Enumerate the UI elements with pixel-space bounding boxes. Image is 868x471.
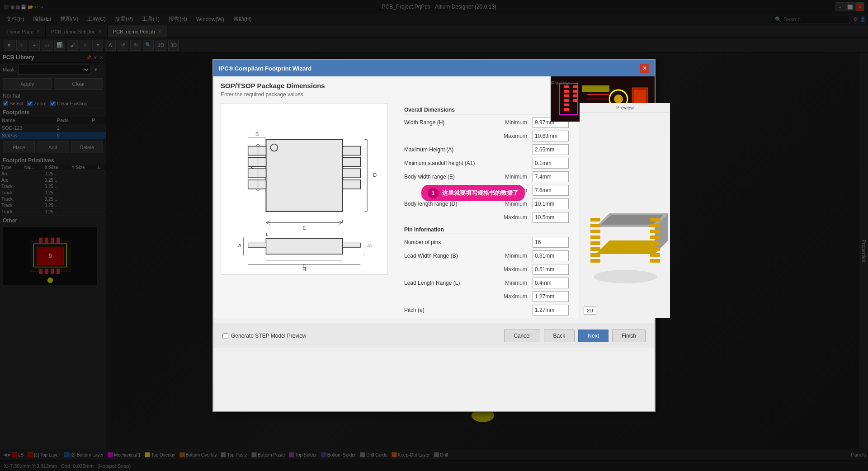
svg-rect-23 [564,99,569,102]
body-width-min-label: Minimum [495,174,531,180]
lead-width-max-inputs: Maximum [495,264,569,275]
lead-width-max-input[interactable] [533,264,569,275]
svg-text:e: e [251,164,254,170]
width-range-row: Width Range (H) Minimum [404,117,569,128]
svg-rect-83 [590,218,600,221]
body-length-max-input[interactable] [533,212,569,223]
svg-rect-42 [343,169,361,178]
svg-rect-22 [564,94,569,97]
lead-length-label: Lead Length Range (L) [404,280,495,286]
svg-line-63 [266,223,269,225]
svg-rect-26 [573,85,578,88]
svg-rect-43 [343,180,361,189]
lead-length-min-input[interactable] [533,278,569,288]
min-standoff-inputs [495,158,569,169]
modal-titlebar: IPC® Compliant Footprint Wizard ✕ [213,60,655,76]
svg-line-65 [339,223,343,225]
footprint-wizard-modal: IPC® Compliant Footprint Wizard ✕ [212,59,656,412]
dimensions-form: Overall Dimensions Width Range (H) Minim… [395,103,569,318]
lead-width-min-label: Minimum [495,253,531,259]
width-min-label: Minimum [495,119,531,126]
annotation-circle-number: 1 [428,188,439,198]
3d-preview-image: 2D [580,113,670,318]
max-height-row: Maximum Height (A) [404,144,569,155]
generate-step-checkbox-row: Generate STEP Model Preview [222,333,307,339]
num-pins-row: Number of pins [404,237,569,248]
min-standoff-input[interactable] [533,158,569,169]
cancel-button[interactable]: Cancel [504,330,540,342]
diagram-area: e B D [221,103,647,318]
view-2d-button[interactable]: 2D [584,306,596,315]
preview-panel-label: Preview [616,105,634,110]
svg-rect-36 [248,146,266,155]
body-length-min-label: Minimum [495,201,531,207]
svg-rect-28 [573,94,578,97]
svg-text:L: L [266,232,268,237]
lead-length-max-input[interactable] [533,291,569,302]
svg-rect-92 [650,224,660,227]
body-width-max-input[interactable] [533,185,569,196]
lead-length-min-label: Minimum [495,280,531,286]
modal-title: IPC® Compliant Footprint Wizard [219,65,311,72]
svg-rect-68 [343,243,361,247]
pitch-inputs [495,305,569,316]
width-range-label: Width Range (H) [404,119,495,126]
width-max-input[interactable] [533,131,569,141]
min-standoff-row: Minimum standoff height (A1) [404,158,569,169]
num-pins-inputs [495,237,569,248]
lead-width-max-row: Maximum [404,264,569,275]
svg-rect-91 [650,218,660,221]
svg-rect-67 [248,243,266,247]
svg-text:A: A [238,243,242,248]
svg-text:B: B [255,132,259,137]
modal-close-button[interactable]: ✕ [640,64,649,73]
svg-rect-27 [573,90,578,93]
svg-rect-89 [590,253,600,257]
3d-preview-panel: Preview [580,103,670,318]
svg-rect-41 [343,157,361,166]
generate-step-label: Generate STEP Model Preview [231,333,307,339]
lead-length-max-row: Maximum [404,291,569,302]
svg-rect-84 [590,224,600,227]
modal-footer: Generate STEP Model Preview Cancel Back … [213,324,655,348]
svg-text:A1: A1 [367,244,372,248]
svg-line-62 [266,221,269,223]
num-pins-label: Number of pins [404,239,495,245]
body-width-row: Body width range (E) Minimum [404,171,569,182]
svg-rect-39 [248,180,266,189]
width-range-max-inputs: Maximum [495,131,569,141]
pitch-row: Pitch (e) [404,305,569,316]
back-button[interactable]: Back [544,330,575,342]
max-height-input[interactable] [533,144,569,155]
body-width-min-input[interactable] [533,171,569,182]
overall-dimensions-header: Overall Dimensions [404,107,569,114]
pitch-label: Pitch (e) [404,307,495,313]
finish-button[interactable]: Finish [612,330,646,342]
lead-length-max-inputs: Maximum [495,291,569,302]
generate-step-checkbox[interactable] [222,333,228,339]
pitch-input[interactable] [533,305,569,316]
body-width-inputs: Minimum [495,171,569,182]
annotation-bubble: 1 这里就要填写规格书的数据了 [421,185,525,201]
next-button[interactable]: Next [578,330,609,342]
svg-text:H: H [302,266,306,272]
annotation-text: 这里就要填写规格书的数据了 [442,189,519,197]
svg-text:E: E [302,225,306,231]
svg-rect-38 [248,169,266,178]
svg-point-78 [594,270,657,283]
svg-rect-96 [650,247,660,251]
svg-rect-35 [266,140,342,212]
body-length-label: Body length range (D) [404,201,495,207]
lead-length-max-label: Maximum [495,293,531,300]
min-standoff-label: Minimum standoff height (A1) [404,160,495,166]
preview-label: Preview [551,80,569,86]
svg-rect-86 [590,236,600,239]
width-max-label: Maximum [495,133,531,139]
body-length-max-row: Maximum [404,212,569,223]
body-length-min-input[interactable] [533,198,569,209]
svg-rect-21 [564,90,569,93]
num-pins-input[interactable] [533,237,569,248]
svg-rect-94 [650,236,660,239]
lead-width-min-input[interactable] [533,250,569,261]
svg-rect-85 [590,230,600,233]
